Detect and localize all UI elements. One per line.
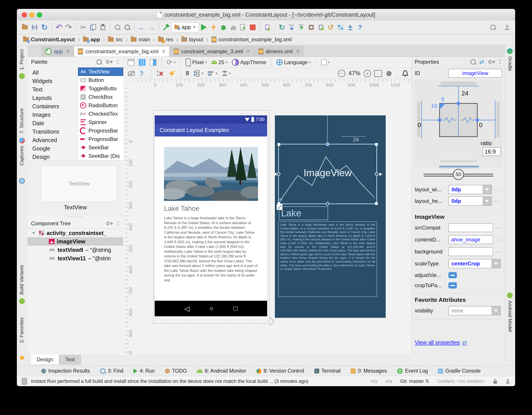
instant-run-icon[interactable] — [209, 22, 218, 32]
help-icon[interactable]: ? — [355, 22, 365, 32]
palette-category-text[interactable]: Text — [32, 85, 78, 94]
save-all-icon[interactable] — [30, 22, 39, 32]
tool-event-log[interactable]: 2Event Log — [397, 368, 428, 374]
lake-tahoe-photo[interactable] — [164, 147, 258, 201]
redo-icon[interactable]: ↷ — [64, 22, 74, 32]
close-icon[interactable]: ✕ — [162, 49, 166, 54]
revert-icon[interactable]: ↺ — [326, 22, 336, 32]
zoom-in-button[interactable]: + — [363, 70, 371, 77]
palette-category-transitions[interactable]: Transitions — [32, 127, 78, 136]
palette-category-date[interactable]: Date — [32, 119, 78, 127]
breadcrumb-layout[interactable]: layout — [181, 36, 203, 43]
profiler-icon[interactable] — [228, 22, 238, 32]
sync-icon[interactable]: ↻ — [39, 22, 49, 32]
palette-item-textview[interactable]: AbTextView — [78, 68, 123, 76]
sdk-manager-icon[interactable] — [306, 22, 316, 32]
device-select[interactable]: Pixel▾ — [184, 58, 208, 67]
device-preview[interactable]: 7:00 Constraint Layout Examples — [155, 115, 267, 316]
blueprint-view-icon[interactable] — [137, 58, 147, 67]
stop-button[interactable] — [248, 22, 257, 32]
tab-design[interactable]: Design — [31, 355, 59, 365]
right-anchor[interactable] — [375, 172, 378, 176]
id-input[interactable]: imageView — [448, 69, 502, 78]
breadcrumb-res[interactable]: res — [158, 36, 173, 43]
layout-height-select[interactable]: 0dp — [448, 196, 492, 206]
zoom-out-button[interactable]: − — [338, 70, 345, 77]
tool-window-favorites[interactable]: 2: Favorites — [19, 317, 25, 343]
status-message[interactable]: Instant Run performed a full build and i… — [31, 378, 308, 384]
tree-node-textview9[interactable]: Ab textView9 – "@string — [28, 246, 123, 254]
palette-category-design[interactable]: Design — [32, 153, 78, 161]
horizontal-bias-slider[interactable]: 50 — [415, 169, 502, 180]
language-select[interactable]: Language▾ — [275, 58, 312, 67]
tree-node-textview11[interactable]: Ab textView11 – "@strin — [28, 254, 123, 263]
layout-height-more-button[interactable]: ··· — [494, 198, 501, 204]
palette-category-layouts[interactable]: Layouts — [32, 94, 78, 102]
top-anchor[interactable] — [326, 142, 329, 146]
tab-text[interactable]: Text — [59, 355, 81, 365]
palette-category-images[interactable]: Images — [32, 110, 78, 119]
pan-hand-icon[interactable] — [385, 70, 392, 77]
tool-todo[interactable]: TODO — [165, 368, 187, 374]
palette-category-widgets[interactable]: Widgets — [32, 77, 78, 85]
find-replace-icon[interactable] — [122, 22, 132, 32]
properties-gear-icon[interactable]: ⚙▾ — [488, 59, 495, 65]
close-icon[interactable]: ✕ — [246, 49, 250, 54]
component-tree-gear-icon[interactable]: ⚙▾ — [105, 220, 113, 227]
expand-arrow-icon[interactable]: ▼ — [31, 231, 36, 236]
palette-category-containers[interactable]: Containers — [32, 102, 78, 110]
copy-icon[interactable] — [88, 22, 98, 32]
resize-handle[interactable] — [277, 143, 280, 146]
palette-item-progressbar-circular[interactable]: ProgressBar — [78, 127, 123, 135]
tool-window-structure[interactable]: 7: Structure — [19, 108, 25, 134]
tool-gradle-console[interactable]: Gradle Console — [438, 368, 481, 374]
breadcrumb-project[interactable]: ConstraintLayout — [23, 36, 75, 43]
search-everywhere-icon[interactable] — [488, 22, 498, 32]
run-button[interactable] — [199, 22, 209, 32]
infer-constraints-icon[interactable] — [167, 69, 177, 78]
nav-back-icon[interactable]: ◁ — [184, 305, 190, 313]
layout-variant-icon[interactable]: ▾ — [320, 58, 331, 67]
constraint-inspector[interactable]: 24 9 16 0 0 ratio — [414, 79, 503, 168]
toggle-toolwindows-icon[interactable] — [22, 378, 27, 385]
orientation-icon[interactable]: ⟳▾ — [165, 58, 177, 67]
background-input[interactable] — [448, 247, 493, 256]
vcs-commit-icon[interactable]: VCS — [297, 22, 306, 32]
git-branch-widget[interactable]: Git: master⇅ — [400, 378, 429, 384]
resize-handle[interactable] — [375, 143, 378, 146]
bottom-anchor[interactable] — [326, 202, 329, 206]
blueprint-textview9[interactable]: Lake — [279, 206, 328, 220]
properties-pin-icon[interactable]: ⌶ — [499, 59, 502, 65]
tool-inspection-results[interactable]: Inspection Results — [41, 368, 90, 374]
default-margin-value[interactable]: 8 — [184, 69, 190, 78]
download-icon[interactable] — [345, 22, 355, 32]
breadcrumb-app[interactable]: app — [83, 36, 100, 43]
view-all-properties-link[interactable]: View all properties⇄ — [415, 339, 467, 346]
tab-app[interactable]: app✕ — [41, 46, 74, 57]
run-configuration-select[interactable]: app ▼ — [171, 22, 199, 32]
close-icon[interactable]: ✕ — [296, 49, 300, 54]
contentdescription-input[interactable]: ahoe_image — [448, 235, 493, 244]
tool-terminal[interactable]: >_Terminal — [314, 368, 341, 374]
pack-selection-icon[interactable]: ▾ — [192, 69, 205, 78]
tab-constraintset-example-big[interactable]: <>constraintset_example_big.xml✕ — [74, 46, 169, 57]
component-tree-pin-icon[interactable]: ⌶ — [117, 220, 120, 227]
palette-item-seekbar[interactable]: SeekBar — [78, 143, 123, 152]
layout-width-select[interactable]: 0dp — [448, 185, 492, 194]
tool-version-control[interactable]: 9: Version Control — [256, 368, 304, 374]
undo-icon[interactable]: ↶ — [54, 22, 64, 32]
build-hammer-icon[interactable] — [161, 22, 171, 32]
slider-thumb[interactable]: 50 — [453, 169, 464, 180]
nav-home-icon[interactable]: ○ — [209, 305, 213, 312]
gradle-sync-icon[interactable]: ↻ — [277, 22, 287, 32]
api-select[interactable]: 25▾ — [210, 58, 229, 67]
attach-debugger-icon[interactable] — [262, 22, 272, 32]
back-icon[interactable]: ← — [137, 22, 147, 32]
palette-search-icon[interactable] — [96, 59, 102, 65]
blueprint-textview11[interactable]: Lake Tahoe is a large freshwater lake in… — [278, 221, 377, 297]
properties-search-icon[interactable] — [470, 59, 476, 65]
both-views-icon[interactable] — [149, 58, 158, 67]
palette-item-checkedtextview[interactable]: A✓CheckedTex — [78, 110, 123, 118]
palette-item-seekbar-discrete[interactable]: SeekBar (Dis — [78, 152, 123, 160]
user-avatar-icon[interactable] — [502, 22, 512, 32]
